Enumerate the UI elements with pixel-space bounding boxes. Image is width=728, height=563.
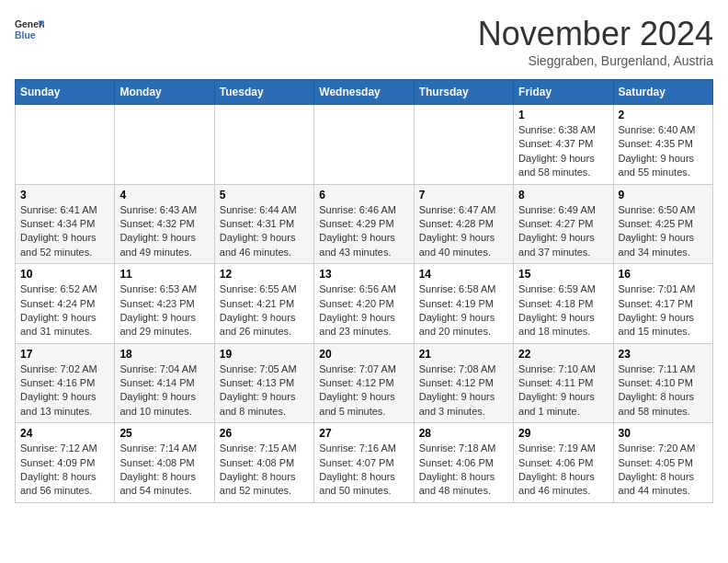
day-cell: 24Sunrise: 7:12 AMSunset: 4:09 PMDayligh… (16, 423, 115, 503)
day-number: 30 (619, 427, 708, 440)
day-cell: 18Sunrise: 7:04 AMSunset: 4:14 PMDayligh… (115, 343, 214, 423)
day-info: Sunrise: 7:01 AMSunset: 4:17 PMDaylight:… (619, 282, 708, 339)
day-cell: 5Sunrise: 6:44 AMSunset: 4:31 PMDaylight… (214, 184, 313, 264)
day-info: Sunrise: 6:43 AMSunset: 4:32 PMDaylight:… (119, 203, 209, 260)
day-cell: 16Sunrise: 7:01 AMSunset: 4:17 PMDayligh… (613, 264, 712, 344)
day-number: 24 (20, 427, 109, 440)
logo-icon: General Blue (15, 15, 44, 44)
day-cell: 7Sunrise: 6:47 AMSunset: 4:28 PMDaylight… (414, 184, 513, 264)
day-number: 28 (419, 427, 508, 440)
weekday-header-friday: Friday (514, 80, 613, 105)
day-cell: 17Sunrise: 7:02 AMSunset: 4:16 PMDayligh… (16, 343, 115, 423)
day-info: Sunrise: 7:20 AMSunset: 4:05 PMDaylight:… (619, 442, 708, 499)
day-info: Sunrise: 6:44 AMSunset: 4:31 PMDaylight:… (220, 203, 309, 260)
day-number: 4 (119, 189, 209, 201)
week-row-3: 10Sunrise: 6:52 AMSunset: 4:24 PMDayligh… (16, 264, 713, 344)
title-block: November 2024 Sieggraben, Burgenland, Au… (478, 15, 713, 68)
day-cell: 8Sunrise: 6:49 AMSunset: 4:27 PMDaylight… (514, 184, 613, 264)
week-row-4: 17Sunrise: 7:02 AMSunset: 4:16 PMDayligh… (16, 343, 713, 423)
day-cell: 3Sunrise: 6:41 AMSunset: 4:34 PMDaylight… (16, 184, 115, 264)
day-number: 10 (20, 268, 109, 281)
day-number: 2 (619, 109, 708, 121)
day-info: Sunrise: 7:02 AMSunset: 4:16 PMDaylight:… (20, 362, 109, 419)
weekday-header-tuesday: Tuesday (214, 80, 313, 105)
day-info: Sunrise: 6:53 AMSunset: 4:23 PMDaylight:… (119, 282, 209, 339)
day-number: 15 (518, 268, 608, 281)
day-info: Sunrise: 7:04 AMSunset: 4:14 PMDaylight:… (119, 362, 209, 419)
day-cell: 11Sunrise: 6:53 AMSunset: 4:23 PMDayligh… (115, 264, 214, 344)
day-cell (314, 105, 414, 185)
day-number: 27 (319, 427, 408, 440)
day-number: 11 (119, 268, 209, 281)
weekday-header-row: SundayMondayTuesdayWednesdayThursdayFrid… (16, 80, 713, 105)
day-cell (414, 105, 513, 185)
day-info: Sunrise: 7:16 AMSunset: 4:07 PMDaylight:… (319, 442, 408, 499)
day-number: 6 (319, 189, 408, 201)
day-number: 12 (220, 268, 309, 281)
day-info: Sunrise: 7:18 AMSunset: 4:06 PMDaylight:… (419, 442, 508, 499)
day-cell: 26Sunrise: 7:15 AMSunset: 4:08 PMDayligh… (214, 423, 313, 503)
day-cell: 25Sunrise: 7:14 AMSunset: 4:08 PMDayligh… (115, 423, 214, 503)
day-cell: 30Sunrise: 7:20 AMSunset: 4:05 PMDayligh… (613, 423, 712, 503)
day-cell: 22Sunrise: 7:10 AMSunset: 4:11 PMDayligh… (514, 343, 613, 423)
day-info: Sunrise: 6:59 AMSunset: 4:18 PMDaylight:… (518, 282, 608, 339)
day-cell: 13Sunrise: 6:56 AMSunset: 4:20 PMDayligh… (314, 264, 414, 344)
day-number: 9 (619, 189, 708, 201)
weekday-header-saturday: Saturday (613, 80, 712, 105)
day-number: 14 (419, 268, 508, 281)
day-number: 21 (419, 348, 508, 361)
day-cell: 4Sunrise: 6:43 AMSunset: 4:32 PMDaylight… (115, 184, 214, 264)
weekday-header-monday: Monday (115, 80, 214, 105)
day-number: 19 (220, 348, 309, 361)
day-number: 22 (518, 348, 608, 361)
day-info: Sunrise: 7:07 AMSunset: 4:12 PMDaylight:… (319, 362, 408, 419)
day-info: Sunrise: 6:50 AMSunset: 4:25 PMDaylight:… (619, 203, 708, 260)
day-cell: 20Sunrise: 7:07 AMSunset: 4:12 PMDayligh… (314, 343, 414, 423)
logo: General Blue (15, 15, 44, 44)
weekday-header-sunday: Sunday (16, 80, 115, 105)
day-info: Sunrise: 6:58 AMSunset: 4:19 PMDaylight:… (419, 282, 508, 339)
day-cell: 21Sunrise: 7:08 AMSunset: 4:12 PMDayligh… (414, 343, 513, 423)
week-row-1: 1Sunrise: 6:38 AMSunset: 4:37 PMDaylight… (16, 105, 713, 185)
day-cell: 15Sunrise: 6:59 AMSunset: 4:18 PMDayligh… (514, 264, 613, 344)
day-cell: 28Sunrise: 7:18 AMSunset: 4:06 PMDayligh… (414, 423, 513, 503)
week-row-5: 24Sunrise: 7:12 AMSunset: 4:09 PMDayligh… (16, 423, 713, 503)
day-info: Sunrise: 6:55 AMSunset: 4:21 PMDaylight:… (220, 282, 309, 339)
day-cell: 12Sunrise: 6:55 AMSunset: 4:21 PMDayligh… (214, 264, 313, 344)
day-cell: 9Sunrise: 6:50 AMSunset: 4:25 PMDaylight… (613, 184, 712, 264)
day-cell: 19Sunrise: 7:05 AMSunset: 4:13 PMDayligh… (214, 343, 313, 423)
day-info: Sunrise: 7:15 AMSunset: 4:08 PMDaylight:… (220, 442, 309, 499)
page-header: General Blue November 2024 Sieggraben, B… (15, 15, 713, 68)
day-number: 26 (220, 427, 309, 440)
day-number: 17 (20, 348, 109, 361)
day-info: Sunrise: 6:56 AMSunset: 4:20 PMDaylight:… (319, 282, 408, 339)
day-info: Sunrise: 7:08 AMSunset: 4:12 PMDaylight:… (419, 362, 508, 419)
day-info: Sunrise: 7:11 AMSunset: 4:10 PMDaylight:… (619, 362, 708, 419)
day-info: Sunrise: 6:47 AMSunset: 4:28 PMDaylight:… (419, 203, 508, 260)
day-number: 18 (119, 348, 209, 361)
day-number: 5 (220, 189, 309, 201)
day-number: 1 (518, 109, 608, 121)
day-info: Sunrise: 7:19 AMSunset: 4:06 PMDaylight:… (518, 442, 608, 499)
day-number: 25 (119, 427, 209, 440)
day-cell: 29Sunrise: 7:19 AMSunset: 4:06 PMDayligh… (514, 423, 613, 503)
weekday-header-thursday: Thursday (414, 80, 513, 105)
day-cell: 23Sunrise: 7:11 AMSunset: 4:10 PMDayligh… (613, 343, 712, 423)
location: Sieggraben, Burgenland, Austria (478, 53, 713, 68)
day-cell (214, 105, 313, 185)
day-info: Sunrise: 6:46 AMSunset: 4:29 PMDaylight:… (319, 203, 408, 260)
month-title: November 2024 (478, 15, 713, 53)
day-info: Sunrise: 6:52 AMSunset: 4:24 PMDaylight:… (20, 282, 109, 339)
day-cell: 14Sunrise: 6:58 AMSunset: 4:19 PMDayligh… (414, 264, 513, 344)
calendar-table: SundayMondayTuesdayWednesdayThursdayFrid… (15, 79, 713, 503)
svg-text:Blue: Blue (15, 30, 36, 40)
day-info: Sunrise: 7:14 AMSunset: 4:08 PMDaylight:… (119, 442, 209, 499)
day-number: 8 (518, 189, 608, 201)
day-info: Sunrise: 7:10 AMSunset: 4:11 PMDaylight:… (518, 362, 608, 419)
day-cell: 27Sunrise: 7:16 AMSunset: 4:07 PMDayligh… (314, 423, 414, 503)
day-cell: 10Sunrise: 6:52 AMSunset: 4:24 PMDayligh… (16, 264, 115, 344)
day-info: Sunrise: 6:40 AMSunset: 4:35 PMDaylight:… (619, 123, 708, 180)
day-number: 13 (319, 268, 408, 281)
day-number: 20 (319, 348, 408, 361)
day-number: 3 (20, 189, 109, 201)
